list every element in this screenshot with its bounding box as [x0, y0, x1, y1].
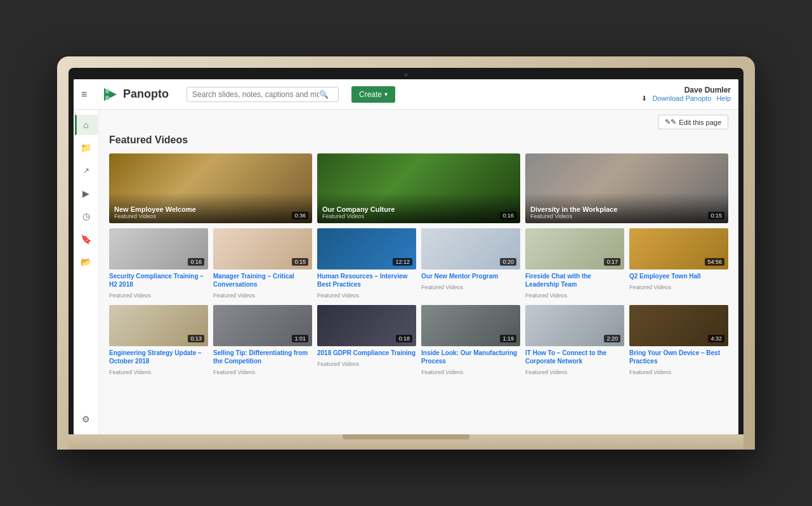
video-duration-manager-training: 0:15	[292, 258, 308, 266]
sidebar: ⌂ 📁 ↗ ▶ ◷	[74, 110, 99, 434]
video-duration-company-culture: 0:16	[500, 212, 516, 219]
video-card-gdpr-compliance[interactable]: 0:18 2018 GDPR Compliance Training Featu…	[317, 305, 416, 377]
video-duration-q2-townhall: 54:56	[705, 258, 724, 266]
laptop-outer: ≡ Panopto 🔍 Create	[57, 56, 755, 450]
sidebar-item-settings[interactable]: ⚙	[75, 409, 98, 429]
laptop-base	[69, 434, 743, 450]
video-cat-gdpr-compliance: Featured Videos	[317, 361, 359, 367]
video-card-large-diversity-workplace[interactable]: Diversity in the Workplace Featured Vide…	[525, 153, 728, 223]
video-thumb-byod: 4:32	[629, 305, 728, 346]
video-cat-mentor-program: Featured Videos	[421, 284, 463, 290]
menu-icon[interactable]: ≡	[81, 89, 94, 100]
sidebar-item-home[interactable]: ⌂	[75, 115, 98, 135]
video-cat-diversity-workplace: Featured Videos	[530, 213, 723, 219]
video-meta-byod: Bring Your Own Device – Best Practices F…	[629, 349, 728, 377]
search-icon: 🔍	[319, 90, 329, 99]
video-title-byod: Bring Your Own Device – Best Practices	[629, 349, 728, 365]
video-thumb-company-culture: Our Company Culture Featured Videos 0:16	[317, 153, 520, 223]
sidebar-item-bookmarks[interactable]: 🔖	[75, 229, 98, 249]
sidebar-item-library[interactable]: 📁	[75, 138, 98, 158]
video-title-mentor-program: Our New Mentor Program	[421, 272, 520, 280]
video-cat-human-resources: Featured Videos	[317, 292, 359, 299]
download-panopto-link[interactable]: Download Panopto	[652, 94, 711, 103]
video-title-manufacturing: Inside Look: Our Manufacturing Process	[421, 349, 520, 365]
video-card-byod[interactable]: 4:32 Bring Your Own Device – Best Practi…	[629, 305, 728, 377]
video-meta-fireside-chat: Fireside Chat with the Leadership Team F…	[525, 272, 624, 300]
camera	[404, 73, 408, 77]
video-card-manufacturing[interactable]: 1:19 Inside Look: Our Manufacturing Proc…	[421, 305, 520, 377]
video-title-human-resources: Human Resources – Interview Best Practic…	[317, 272, 416, 289]
video-duration-engineering-strategy: 0:13	[188, 335, 204, 342]
video-title-company-culture: Our Company Culture	[322, 205, 515, 213]
video-title-gdpr-compliance: 2018 GDPR Compliance Training	[317, 349, 416, 357]
logo-text: Panopto	[123, 88, 169, 101]
video-thumb-q2-townhall: 54:56	[629, 228, 728, 269]
video-card-selling-tip[interactable]: 1:01 Selling Tip: Differentiating from t…	[213, 305, 312, 377]
video-title-security-compliance: Security Compliance Training – H2 2018	[109, 272, 208, 289]
video-thumb-selling-tip: 1:01	[213, 305, 312, 346]
sidebar-item-history[interactable]: ◷	[75, 206, 98, 226]
video-card-large-new-employee-welcome[interactable]: New Employee Welcome Featured Videos 0:3…	[109, 153, 312, 223]
user-links: ⬇ Download Panopto Help	[641, 94, 731, 103]
user-area: Dave Dumler ⬇ Download Panopto Help	[641, 86, 731, 103]
video-card-manager-training[interactable]: 0:15 Manager Training – Critical Convers…	[213, 228, 312, 300]
video-thumb-new-employee-welcome: New Employee Welcome Featured Videos 0:3…	[109, 153, 312, 223]
video-duration-human-resources: 12:12	[393, 258, 412, 266]
video-thumb-fireside-chat: 0:17	[525, 228, 624, 269]
search-bar[interactable]: 🔍	[187, 87, 339, 102]
sidebar-item-videos[interactable]: ▶	[75, 183, 98, 204]
screen-bezel: ≡ Panopto 🔍 Create	[69, 68, 743, 434]
video-cat-q2-townhall: Featured Videos	[629, 284, 671, 290]
svg-rect-1	[105, 89, 109, 93]
video-card-security-compliance[interactable]: 0:16 Security Compliance Training – H2 2…	[109, 228, 208, 300]
video-row-2: 0:16 Security Compliance Training – H2 2…	[109, 228, 728, 300]
sidebar-active-indicator	[75, 115, 77, 135]
video-duration-manufacturing: 1:19	[500, 335, 516, 342]
download-panopto-icon: ⬇	[641, 94, 647, 103]
video-thumb-manufacturing: 1:19	[421, 305, 520, 346]
video-overlay-new-employee-welcome: New Employee Welcome Featured Videos	[109, 193, 312, 223]
featured-videos-title: Featured Videos	[109, 134, 728, 146]
video-cat-it-how-to: Featured Videos	[525, 369, 567, 375]
library-icon: 📁	[81, 143, 91, 153]
video-meta-manager-training: Manager Training – Critical Conversation…	[213, 272, 312, 300]
sidebar-item-share[interactable]: ↗	[75, 160, 98, 181]
edit-page-button[interactable]: ✎ Edit this page	[658, 115, 728, 129]
video-card-engineering-strategy[interactable]: 0:13 Engineering Strategy Update – Octob…	[109, 305, 208, 377]
video-title-new-employee-welcome: New Employee Welcome	[114, 205, 307, 213]
body: ⌂ 📁 ↗ ▶ ◷	[74, 110, 738, 434]
video-card-fireside-chat[interactable]: 0:17 Fireside Chat with the Leadership T…	[525, 228, 624, 300]
panopto-logo-icon	[102, 86, 119, 103]
video-overlay-diversity-workplace: Diversity in the Workplace Featured Vide…	[525, 193, 728, 223]
video-cat-manager-training: Featured Videos	[213, 292, 255, 299]
video-meta-security-compliance: Security Compliance Training – H2 2018 F…	[109, 272, 208, 300]
video-card-mentor-program[interactable]: 0:20 Our New Mentor Program Featured Vid…	[421, 228, 520, 300]
video-thumb-mentor-program: 0:20	[421, 228, 520, 269]
video-row-3: 0:13 Engineering Strategy Update – Octob…	[109, 305, 728, 377]
video-meta-gdpr-compliance: 2018 GDPR Compliance Training Featured V…	[317, 349, 416, 368]
video-cat-selling-tip: Featured Videos	[213, 369, 255, 375]
video-title-diversity-workplace: Diversity in the Workplace	[530, 205, 723, 213]
video-card-large-company-culture[interactable]: Our Company Culture Featured Videos 0:16	[317, 153, 520, 223]
video-title-engineering-strategy: Engineering Strategy Update – October 20…	[109, 349, 208, 365]
video-card-it-how-to[interactable]: 2:20 IT How To – Connect to the Corporat…	[525, 305, 624, 377]
help-link[interactable]: Help	[716, 94, 731, 103]
video-duration-mentor-program: 0:20	[500, 258, 516, 266]
video-meta-selling-tip: Selling Tip: Differentiating from the Co…	[213, 349, 312, 377]
video-meta-manufacturing: Inside Look: Our Manufacturing Process F…	[421, 349, 520, 377]
search-input[interactable]	[192, 90, 319, 99]
video-duration-gdpr-compliance: 0:18	[396, 335, 412, 342]
video-meta-engineering-strategy: Engineering Strategy Update – October 20…	[109, 349, 208, 377]
app: ≡ Panopto 🔍 Create	[74, 79, 738, 434]
video-card-human-resources[interactable]: 12:12 Human Resources – Interview Best P…	[317, 228, 416, 300]
video-card-q2-townhall[interactable]: 54:56 Q2 Employee Town Hall Featured Vid…	[629, 228, 728, 300]
video-duration-it-how-to: 2:20	[604, 335, 620, 342]
video-cat-new-employee-welcome: Featured Videos	[114, 213, 307, 219]
create-button[interactable]: Create ▾	[351, 86, 395, 103]
video-title-selling-tip: Selling Tip: Differentiating from the Co…	[213, 349, 312, 365]
create-arrow-icon: ▾	[384, 91, 388, 98]
video-cat-byod: Featured Videos	[629, 369, 671, 375]
user-name: Dave Dumler	[684, 86, 731, 94]
video-duration-diversity-workplace: 0:15	[708, 212, 724, 219]
sidebar-item-folders[interactable]: 📂	[75, 252, 98, 272]
